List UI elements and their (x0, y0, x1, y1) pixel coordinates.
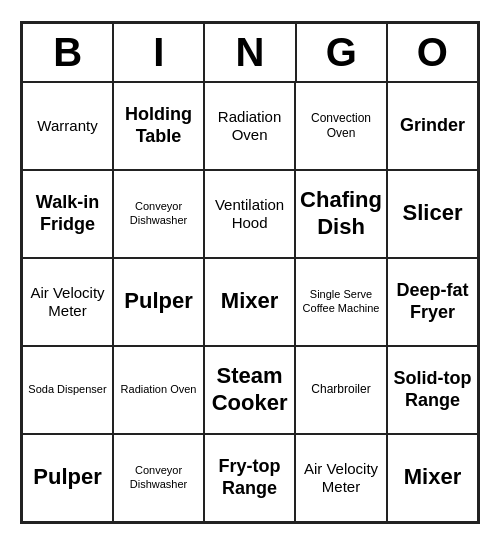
bingo-card: BINGO WarrantyHolding TableRadiation Ove… (20, 21, 480, 524)
header-letter-I: I (113, 23, 204, 82)
bingo-cell-20: Pulper (22, 434, 113, 522)
bingo-cell-19: Solid-top Range (387, 346, 478, 434)
bingo-cell-17: Steam Cooker (204, 346, 295, 434)
bingo-cell-21: Conveyor Dishwasher (113, 434, 204, 522)
bingo-cell-0: Warranty (22, 82, 113, 170)
bingo-cell-2: Radiation Oven (204, 82, 295, 170)
cell-text-17: Steam Cooker (209, 363, 290, 416)
bingo-cell-18: Charbroiler (295, 346, 387, 434)
cell-text-3: Convection Oven (300, 111, 382, 140)
bingo-cell-7: Ventilation Hood (204, 170, 295, 258)
bingo-cell-13: Single Serve Coffee Machine (295, 258, 387, 346)
header-letter-N: N (204, 23, 295, 82)
bingo-cell-5: Walk-in Fridge (22, 170, 113, 258)
cell-text-16: Radiation Oven (121, 383, 197, 396)
cell-text-10: Air Velocity Meter (27, 284, 108, 320)
header-letter-O: O (387, 23, 478, 82)
bingo-cell-1: Holding Table (113, 82, 204, 170)
cell-text-9: Slicer (403, 200, 463, 226)
cell-text-21: Conveyor Dishwasher (118, 464, 199, 490)
cell-text-14: Deep-fat Fryer (392, 280, 473, 323)
cell-text-0: Warranty (37, 117, 97, 135)
header-letter-G: G (296, 23, 387, 82)
bingo-cell-22: Fry-top Range (204, 434, 295, 522)
bingo-cell-16: Radiation Oven (113, 346, 204, 434)
bingo-cell-9: Slicer (387, 170, 478, 258)
cell-text-22: Fry-top Range (209, 456, 290, 499)
bingo-cell-23: Air Velocity Meter (295, 434, 387, 522)
cell-text-12: Mixer (221, 288, 278, 314)
bingo-cell-11: Pulper (113, 258, 204, 346)
cell-text-24: Mixer (404, 464, 461, 490)
bingo-cell-4: Grinder (387, 82, 478, 170)
bingo-cell-24: Mixer (387, 434, 478, 522)
cell-text-15: Soda Dispenser (28, 383, 106, 396)
cell-text-2: Radiation Oven (209, 108, 290, 144)
cell-text-5: Walk-in Fridge (27, 192, 108, 235)
cell-text-18: Charbroiler (311, 382, 370, 396)
bingo-cell-6: Conveyor Dishwasher (113, 170, 204, 258)
cell-text-20: Pulper (33, 464, 101, 490)
cell-text-6: Conveyor Dishwasher (118, 200, 199, 226)
cell-text-11: Pulper (124, 288, 192, 314)
bingo-cell-15: Soda Dispenser (22, 346, 113, 434)
cell-text-13: Single Serve Coffee Machine (300, 288, 382, 314)
cell-text-4: Grinder (400, 115, 465, 137)
bingo-cell-3: Convection Oven (295, 82, 387, 170)
bingo-cell-14: Deep-fat Fryer (387, 258, 478, 346)
bingo-cell-8: Chafing Dish (295, 170, 387, 258)
bingo-grid: WarrantyHolding TableRadiation OvenConve… (22, 82, 478, 522)
cell-text-7: Ventilation Hood (209, 196, 290, 232)
bingo-cell-10: Air Velocity Meter (22, 258, 113, 346)
cell-text-23: Air Velocity Meter (300, 460, 382, 496)
bingo-cell-12: Mixer (204, 258, 295, 346)
cell-text-8: Chafing Dish (300, 187, 382, 240)
bingo-header: BINGO (22, 23, 478, 82)
header-letter-B: B (22, 23, 113, 82)
cell-text-1: Holding Table (118, 104, 199, 147)
cell-text-19: Solid-top Range (392, 368, 473, 411)
